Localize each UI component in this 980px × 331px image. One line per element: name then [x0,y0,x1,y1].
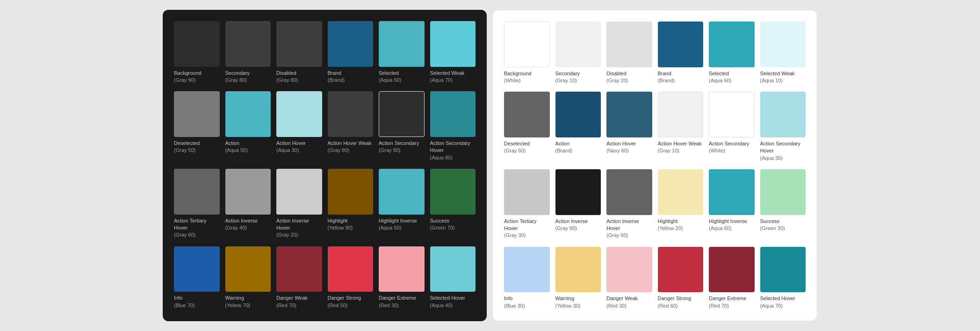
color-item: Selected Hover(Aqua 70) [760,247,806,309]
color-code: (Aqua 30) [760,155,806,162]
color-swatch [430,21,476,67]
color-swatch [328,21,374,67]
color-label: Selected Hover(Aqua 70) [760,295,806,309]
color-swatch [555,92,601,137]
color-name: Background [504,70,550,77]
color-name: Info [174,295,220,302]
color-label: Action Hover(Aqua 30) [276,140,322,154]
color-label: Secondary(Gray 80) [225,70,271,84]
color-name: Secondary [555,70,601,77]
color-name: Action Secondary Hover [760,140,806,155]
color-code: (Gray 10) [555,77,601,84]
color-item: Info(Blue 30) [504,247,550,309]
color-label: Disabled(Gray 20) [606,70,652,85]
color-code: (Gray 90) [379,147,425,154]
color-name: Danger Weak [606,295,652,302]
color-item: Deselected(Gray 60) [504,92,550,162]
color-item: Brand(Brand) [658,22,704,84]
color-label: Success(Green 30) [760,218,806,232]
color-label: Danger Strong(Red 60) [658,295,704,309]
color-label: Action Inverse(Gray 90) [555,218,601,232]
color-name: Brand [328,70,374,77]
color-name: Selected Weak [760,70,806,77]
color-label: Action(Brand) [555,140,601,155]
color-item: Danger Weak(Red 70) [276,246,322,309]
color-code: (Aqua 50) [225,147,271,154]
color-label: Danger Weak(Red 70) [276,295,322,309]
color-swatch [555,247,601,293]
color-label: Action Tertiary Hover(Gray 60) [174,217,220,239]
light-panel: Background(White)Secondary(Gray 10)Disab… [492,10,817,321]
color-item: Success(Green 30) [760,169,806,239]
color-code: (White) [709,147,755,154]
color-name: Highlight [328,217,374,224]
color-item: Warning(Yellow 70) [225,246,271,309]
color-label: Action Hover(Navy 60) [606,140,652,155]
color-swatch [555,169,601,215]
color-swatch [225,21,271,67]
color-swatch [276,91,322,137]
color-label: Danger Extreme(Red 30) [379,295,425,309]
color-swatch [606,22,652,67]
color-name: Action Hover Weak [658,140,704,147]
color-item: Selected Weak(Aqua 70) [430,21,476,84]
color-name: Action Hover Weak [328,140,374,147]
color-code: (Yellow 20) [658,225,704,232]
color-label: Highlight Inverse(Aqua 50) [379,217,425,232]
color-item: Deselected(Gray 50) [174,91,220,161]
color-name: Warning [555,295,601,302]
color-name: Selected Hover [430,295,476,302]
color-item: Selected Weak(Aqua 10) [760,22,806,84]
color-code: (Gray 80) [225,77,271,84]
light-color-grid: Background(White)Secondary(Gray 10)Disab… [504,22,806,309]
color-name: Selected [379,70,425,77]
color-item: Action Tertiary Hover(Gray 60) [174,169,220,239]
color-item: Danger Strong(Red 50) [328,246,374,309]
color-item: Action Inverse(Gray 40) [225,169,271,239]
color-name: Action Inverse [225,217,271,224]
color-code: (Red 70) [709,302,755,309]
color-swatch [225,169,271,215]
color-code: (Gray 40) [225,224,271,231]
color-name: Action Secondary Hover [430,140,476,154]
dark-panel: Background(Gray 90)Secondary(Gray 80)Dis… [163,10,487,321]
color-item: Action Hover Weak(Gray 10) [658,92,704,162]
color-name: Action Tertiary Hover [174,217,220,232]
color-item: Danger Extreme(Red 30) [379,246,425,309]
color-swatch [709,247,755,293]
color-name: Background [174,70,220,77]
color-name: Action [555,140,601,147]
color-item: Action Inverse Hover(Gray 20) [276,169,322,239]
color-code: (Blue 70) [174,302,220,309]
color-code: (Aqua 60) [709,225,755,232]
color-swatch [658,22,704,67]
color-item: Selected(Aqua 60) [709,22,755,84]
color-name: Action Hover [276,140,322,147]
color-name: Danger Extreme [709,295,755,302]
color-code: (White) [504,77,550,84]
color-label: Action Secondary Hover(Aqua 80) [430,140,476,161]
color-name: Action Secondary [709,140,755,147]
color-swatch [760,169,806,215]
color-swatch [276,21,322,67]
color-name: Success [430,217,476,224]
color-item: Highlight(Yellow 20) [658,169,704,239]
color-code: (Yellow 90) [328,224,374,231]
color-label: Warning(Yellow 30) [555,295,601,309]
color-code: (Red 30) [606,302,652,309]
color-item: Action Secondary(White) [709,92,755,162]
color-code: (Aqua 10) [760,77,806,84]
color-label: Action Inverse Hover(Gray 60) [606,218,652,239]
color-label: Selected Hover(Aqua 40) [430,295,476,309]
color-label: Secondary(Gray 10) [555,70,601,85]
color-item: Action(Brand) [555,92,601,162]
color-swatch [276,246,322,292]
color-item: Action Inverse Hover(Gray 60) [606,169,652,239]
color-item: Action Inverse(Gray 90) [555,169,601,239]
color-code: (Gray 20) [606,77,652,84]
color-label: Action Hover Weak(Gray 10) [658,140,704,155]
color-swatch [430,246,476,292]
color-code: (Gray 60) [504,147,550,154]
color-swatch [658,92,704,137]
color-code: (Gray 50) [174,147,220,154]
